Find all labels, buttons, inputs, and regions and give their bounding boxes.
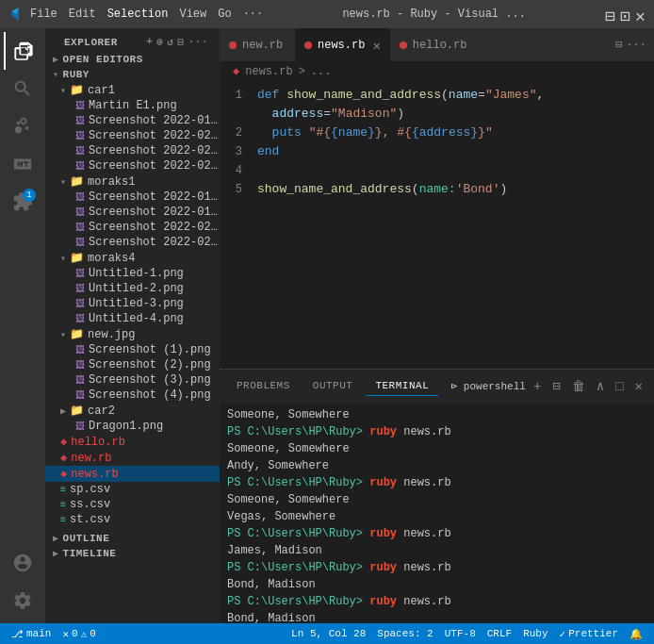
split-editor-icon[interactable]: ⊟: [615, 38, 622, 52]
term-line-9: James, Madison: [227, 542, 646, 559]
refresh-icon[interactable]: ↺: [167, 36, 173, 48]
minimize-icon[interactable]: ⊟: [605, 8, 616, 20]
close-icon[interactable]: ✕: [635, 8, 646, 20]
sidebar-header-icons: + ⊕ ↺ ⊟ ···: [146, 36, 208, 48]
breadcrumb-dot: ◆: [233, 64, 239, 78]
outline-section[interactable]: ▶ OUTLINE: [45, 531, 220, 546]
tab-newsrb[interactable]: news.rb ✕: [295, 28, 390, 61]
timeline-section[interactable]: ▶ TIMELINE: [45, 546, 220, 561]
source-control-activity-icon[interactable]: [4, 107, 41, 145]
file-m1-ss4-label: Screenshot 2022-02-...: [89, 236, 220, 249]
file-newsrb[interactable]: ◆ news.rb: [45, 466, 220, 482]
panel-chevron-up[interactable]: ∧: [593, 376, 608, 396]
line-num-1: 1: [220, 86, 257, 105]
open-editors-section[interactable]: ▶ OPEN EDITORS: [45, 52, 220, 67]
file-nj2[interactable]: 🖼 Screenshot (2).png: [45, 357, 220, 372]
line-ending-status[interactable]: CRLF: [482, 628, 517, 639]
file-ss1[interactable]: 🖼 Screenshot 2022-01-...: [45, 113, 220, 128]
menu-view[interactable]: View: [179, 8, 206, 21]
menu-selection[interactable]: Selection: [107, 8, 169, 21]
file-stcsv[interactable]: ≡ st.csv: [45, 512, 220, 527]
panel-maximize-icon[interactable]: □: [612, 377, 627, 396]
run-activity-icon[interactable]: [4, 145, 41, 183]
file-u3[interactable]: 🖼 Untitled-3.png: [45, 296, 220, 311]
file-u1[interactable]: 🖼 Untitled-1.png: [45, 266, 220, 281]
search-activity-icon[interactable]: [4, 70, 41, 107]
terminal-split-icon[interactable]: ⊟: [548, 376, 564, 396]
file-m1-ss1[interactable]: 🖼 Screenshot 2022-01-...: [45, 190, 220, 205]
menu-go[interactable]: Go: [218, 8, 231, 21]
folder-car1-label: car1: [88, 84, 115, 97]
statusbar: ⎇ main ✕ 0 ⚠ 0 Ln 5, Col 28 Spaces: 2 UT…: [0, 623, 654, 644]
menu-more[interactable]: ···: [243, 8, 264, 21]
indentation-status[interactable]: Spaces: 2: [371, 628, 438, 639]
breadcrumb-file[interactable]: news.rb: [245, 65, 292, 78]
folder-moraks4[interactable]: ▾ 📁 moraks4: [45, 250, 220, 266]
more-icon[interactable]: ···: [188, 36, 208, 48]
explorer-activity-icon[interactable]: [4, 32, 41, 70]
warning-icon: ⚠: [81, 628, 88, 640]
file-m1-ss2[interactable]: 🖼 Screenshot 2022-01-...: [45, 205, 220, 220]
folder-newjpg[interactable]: ▾ 📁 new.jpg: [45, 326, 220, 342]
new-folder-icon[interactable]: ⊕: [156, 36, 163, 48]
cursor-position-status[interactable]: Ln 5, Col 28: [286, 628, 371, 639]
more-actions-icon[interactable]: ···: [626, 39, 646, 52]
settings-activity-icon[interactable]: [4, 582, 41, 619]
code-content[interactable]: 1 def show_name_and_address(name="James"…: [220, 82, 654, 369]
terminal-shell-label: ⊳ powershell: [451, 380, 526, 392]
car1-chevron: ▾: [60, 85, 66, 96]
tab-newrb[interactable]: new.rb: [220, 28, 295, 61]
tab-newsrb-close[interactable]: ✕: [372, 38, 380, 54]
file-spcsv[interactable]: ≡ sp.csv: [45, 482, 220, 497]
formatter-status[interactable]: ✓ Prettier: [554, 628, 624, 640]
menu-edit[interactable]: Edit: [69, 8, 96, 21]
formatter-label: Prettier: [568, 628, 618, 639]
file-u4[interactable]: 🖼 Untitled-4.png: [45, 311, 220, 326]
notifications-status[interactable]: 🔔: [624, 628, 648, 640]
file-newrb[interactable]: ◆ new.rb: [45, 450, 220, 466]
file-dragon[interactable]: 🖼 Dragon1.png: [45, 419, 220, 434]
menu-file[interactable]: File: [30, 8, 57, 21]
encoding-status[interactable]: UTF-8: [439, 628, 482, 639]
file-ss4[interactable]: 🖼 Screenshot 2022-02-...: [45, 158, 220, 173]
language-status[interactable]: Ruby: [517, 628, 553, 639]
tab-hellorb[interactable]: hello.rb: [390, 28, 477, 61]
ruby-section[interactable]: ▾ RUBY: [45, 67, 220, 82]
terminal-add-icon[interactable]: +: [530, 377, 545, 396]
account-activity-icon[interactable]: [4, 544, 41, 582]
file-m1-ss4[interactable]: 🖼 Screenshot 2022-02-...: [45, 235, 220, 250]
new-file-icon[interactable]: +: [146, 36, 153, 48]
file-nj4[interactable]: 🖼 Screenshot (4).png: [45, 388, 220, 403]
file-m1-ss3[interactable]: 🖼 Screenshot 2022-02-...: [45, 220, 220, 235]
folder-car2[interactable]: ▶ 📁 car2: [45, 403, 220, 419]
file-ss3[interactable]: 🖼 Screenshot 2022-02-...: [45, 143, 220, 158]
folder-moraks1[interactable]: ▾ 📁 moraks1: [45, 173, 220, 190]
panel-tab-output[interactable]: OUTPUT: [303, 376, 363, 396]
folder-car1[interactable]: ▾ 📁 car1: [45, 82, 220, 98]
file-martin[interactable]: 🖼 Martin E1.png: [45, 98, 220, 113]
sidebar-content: ▶ OPEN EDITORS ▾ RUBY ▾ 📁 car1 🖼 Martin …: [45, 52, 220, 623]
png-icon: 🖼: [75, 130, 85, 141]
file-ss3-label: Screenshot 2022-02-...: [89, 144, 220, 157]
file-nj1[interactable]: 🖼 Screenshot (1).png: [45, 342, 220, 357]
branch-status[interactable]: ⎇ main: [6, 623, 57, 644]
errors-status[interactable]: ✕ 0 ⚠ 0: [57, 623, 101, 644]
terminal-kill-icon[interactable]: 🗑: [568, 377, 589, 396]
file-u1-label: Untitled-1.png: [89, 267, 184, 280]
collapse-icon[interactable]: ⊟: [178, 36, 185, 48]
panel-tab-problems[interactable]: PROBLEMS: [227, 376, 300, 396]
term-line-1: Someone, Somewhere: [227, 406, 646, 423]
extensions-activity-icon[interactable]: 1: [4, 183, 41, 221]
encoding-label: UTF-8: [445, 628, 476, 639]
file-sscsv[interactable]: ≡ ss.csv: [45, 497, 220, 512]
png-icon: 🖼: [75, 115, 85, 126]
line-ending-label: CRLF: [487, 628, 512, 639]
maximize-icon[interactable]: ⊡: [620, 8, 631, 20]
panel-close-icon[interactable]: ✕: [631, 376, 646, 396]
terminal-content[interactable]: Someone, Somewhere PS C:\Users\HP\Ruby> …: [220, 403, 654, 623]
file-ss2[interactable]: 🖼 Screenshot 2022-02-...: [45, 128, 220, 143]
file-u2[interactable]: 🖼 Untitled-2.png: [45, 281, 220, 296]
panel-tab-terminal[interactable]: TERMINAL: [366, 376, 438, 396]
file-hellorb[interactable]: ◆ hello.rb: [45, 434, 220, 450]
file-nj3[interactable]: 🖼 Screenshot (3).png: [45, 372, 220, 388]
